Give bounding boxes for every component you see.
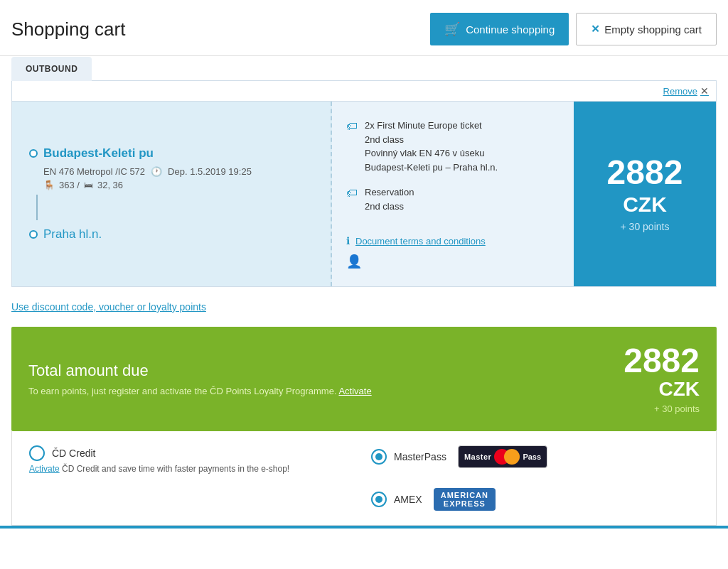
amex-option[interactable]: AMEX [371, 492, 422, 507]
cd-credit-option[interactable]: ČD Credit [29, 445, 357, 461]
ticket-price: 2882 CZK + 30 points [574, 102, 716, 286]
doc-terms-link[interactable]: Document terms and conditions [355, 236, 486, 246]
discount-link[interactable]: Use discount code, voucher or loyalty po… [11, 301, 206, 313]
route-origin: Budapest-Keleti pu [29, 146, 314, 161]
seat-info: 🪑 363 / 🛏 32, 36 [43, 180, 314, 190]
section-header: Remove ✕ [12, 81, 716, 102]
masterpass-label: MasterPass [394, 451, 446, 462]
price-amount: 2882 [607, 156, 683, 190]
payment-spacer [29, 488, 357, 511]
train-name: EN 476 Metropol /IC 572 [43, 166, 145, 177]
cart-icon: 🛒 [444, 21, 460, 37]
page-header: Shopping cart 🛒 Continue shopping ✕ Empt… [0, 0, 728, 56]
origin-city: Budapest-Keleti pu [43, 146, 154, 161]
masterpass-radio[interactable] [371, 449, 387, 465]
masterpass-yellow-circle [504, 449, 520, 465]
tabs-area: OUTBOUND [0, 56, 728, 80]
cart-section: Remove ✕ Budapest-Keleti pu EN 476 Metro… [11, 80, 717, 287]
ticket-item-2: 🏷 Reservation 2nd class [346, 185, 560, 213]
ticket-item-1: 🏷 2x First Minute Europe ticket 2nd clas… [346, 119, 560, 174]
remove-link[interactable]: Remove ✕ [663, 85, 709, 97]
seat-number: 363 / [59, 180, 80, 190]
cd-credit-section: ČD Credit Activate ČD Credit and save ti… [29, 445, 357, 474]
departure-time: Dep. 1.5.2019 19:25 [168, 166, 252, 177]
page-title: Shopping cart [11, 18, 125, 40]
bed-icon: 🛏 [84, 180, 93, 190]
amex-label: AMEX [394, 494, 422, 505]
price-points: + 30 points [621, 221, 670, 232]
route-destination: Praha hl.n. [29, 227, 314, 242]
masterpass-section: MasterPass Master Pass [371, 445, 699, 474]
cd-credit-label: ČD Credit [52, 448, 95, 459]
discount-area: Use discount code, voucher or loyalty po… [0, 287, 728, 327]
dest-dot [29, 230, 38, 239]
info-icon: ℹ [346, 235, 350, 246]
total-points: + 30 points [623, 403, 700, 414]
origin-dot [29, 149, 38, 158]
masterpass-circles [494, 449, 520, 465]
tag-icon-1: 🏷 [346, 120, 358, 133]
total-currency: CZK [623, 378, 700, 401]
clock-icon: 🕐 [151, 166, 162, 177]
ticket-route: Budapest-Keleti pu EN 476 Metropol /IC 5… [12, 102, 332, 286]
price-currency: CZK [623, 193, 667, 217]
amex-section: AMEX AMERICANEXPRESS [371, 488, 699, 511]
route-connector [29, 190, 314, 224]
masterpass-radio-fill [375, 453, 382, 460]
amex-logo: AMERICANEXPRESS [434, 488, 496, 511]
cd-activate-text: Activate ČD Credit and save time with fa… [29, 464, 357, 474]
empty-cart-button[interactable]: ✕ Empty shopping cart [576, 13, 717, 45]
total-sub: To earn points, just register and activa… [28, 386, 372, 396]
tag-icon-2: 🏷 [346, 187, 358, 200]
continue-shopping-button[interactable]: 🛒 Continue shopping [430, 13, 569, 45]
tab-outbound[interactable]: OUTBOUND [11, 57, 92, 81]
header-buttons: 🛒 Continue shopping ✕ Empty shopping car… [430, 13, 717, 45]
doc-terms: ℹ Document terms and conditions [346, 235, 560, 246]
ticket-details: 🏷 2x First Minute Europe ticket 2nd clas… [332, 102, 574, 286]
masterpass-logo: Master Pass [458, 445, 547, 468]
total-left: Total amount due To earn points, just re… [28, 362, 372, 396]
close-icon: ✕ [591, 23, 600, 36]
ticket-card: Budapest-Keleti pu EN 476 Metropol /IC 5… [12, 102, 716, 286]
ticket-item-text-1: 2x First Minute Europe ticket 2nd class … [365, 119, 498, 174]
amex-radio-fill [375, 496, 382, 503]
berth-numbers: 32, 36 [97, 180, 123, 190]
total-right: 2882 CZK + 30 points [623, 344, 700, 414]
total-label: Total amount due [28, 362, 372, 380]
masterpass-option[interactable]: MasterPass [371, 449, 446, 465]
ticket-item-text-2: Reservation 2nd class [365, 185, 414, 213]
total-amount: 2882 [623, 344, 700, 378]
cd-activate-link[interactable]: Activate [29, 464, 60, 474]
train-info: EN 476 Metropol /IC 572 🕐 Dep. 1.5.2019 … [43, 166, 314, 177]
total-activate-link[interactable]: Activate [338, 386, 371, 396]
payment-area: ČD Credit Activate ČD Credit and save ti… [11, 431, 717, 526]
amex-radio[interactable] [371, 492, 387, 507]
cd-credit-radio[interactable] [29, 445, 45, 461]
seat-icon: 🪑 [43, 180, 55, 190]
total-area: Total amount due To earn points, just re… [11, 327, 717, 431]
remove-x-icon: ✕ [700, 85, 709, 97]
destination-city: Praha hl.n. [43, 227, 102, 242]
bottom-bar [0, 526, 728, 529]
person-icon: 👤 [346, 254, 362, 269]
